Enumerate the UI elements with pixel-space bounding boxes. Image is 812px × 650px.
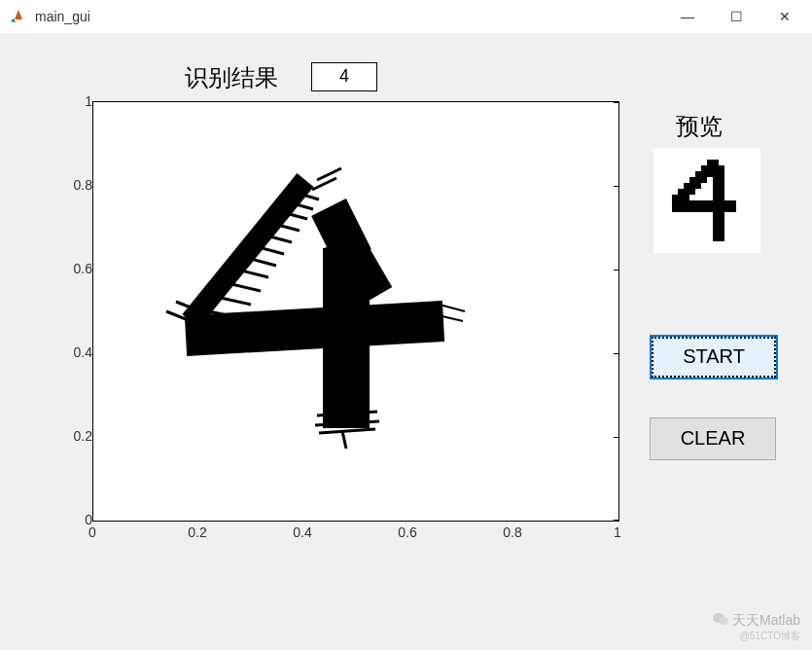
svg-line-9: [186, 321, 443, 336]
result-label: 识别结果: [185, 62, 278, 93]
x-axis-ticks: 0 0.2 0.4 0.6 0.8 1: [92, 524, 618, 544]
svg-line-15: [319, 429, 375, 433]
x-tick-label: 1: [614, 524, 621, 540]
preview-label: 预览: [676, 111, 723, 142]
minimize-button[interactable]: —: [678, 9, 697, 24]
result-value-box: 4: [311, 62, 377, 91]
x-tick-label: 0.6: [398, 524, 416, 540]
svg-line-26: [216, 297, 251, 305]
watermark: 天天Matlab @51CTO博客: [713, 611, 800, 642]
drawing-canvas[interactable]: [92, 101, 619, 522]
preview-digit-4: [672, 160, 742, 241]
svg-line-25: [228, 283, 261, 291]
y-tick-label: 0: [53, 512, 92, 527]
svg-line-16: [342, 431, 346, 449]
x-tick-label: 0.4: [293, 524, 311, 540]
x-tick-label: 0: [88, 524, 96, 540]
maximize-button[interactable]: ☐: [726, 9, 746, 24]
svg-line-5: [317, 168, 341, 180]
preview-image: [653, 148, 760, 253]
title-bar: main_gui — ☐ ✕: [0, 0, 812, 34]
y-tick-label: 0.8: [53, 177, 92, 193]
y-tick-label: 0.4: [53, 344, 92, 360]
wechat-icon: [713, 612, 728, 630]
digit-drawing: [93, 102, 618, 521]
svg-point-29: [719, 617, 728, 625]
start-button[interactable]: START: [650, 335, 778, 379]
client-area: 识别结果 4 0 0.2 0.4 0.6 0.8 1: [0, 33, 812, 650]
clear-button[interactable]: CLEAR: [650, 417, 776, 460]
x-tick-label: 0.2: [188, 524, 206, 540]
y-tick-label: 1: [53, 93, 92, 109]
matlab-icon: [10, 8, 27, 25]
window-controls: — ☐ ✕: [678, 9, 802, 24]
y-tick-label: 0.6: [53, 261, 92, 276]
x-tick-label: 0.8: [503, 524, 521, 540]
y-axis-ticks: 0 0.2 0.4 0.6 0.8 1: [53, 101, 92, 520]
y-tick-label: 0.2: [53, 428, 92, 444]
watermark-text: 天天Matlab: [732, 612, 800, 628]
window-title: main_gui: [35, 9, 678, 24]
svg-line-6: [312, 178, 336, 190]
close-button[interactable]: ✕: [775, 9, 794, 24]
watermark-sub: @51CTO博客: [713, 630, 800, 642]
svg-marker-0: [15, 10, 22, 19]
